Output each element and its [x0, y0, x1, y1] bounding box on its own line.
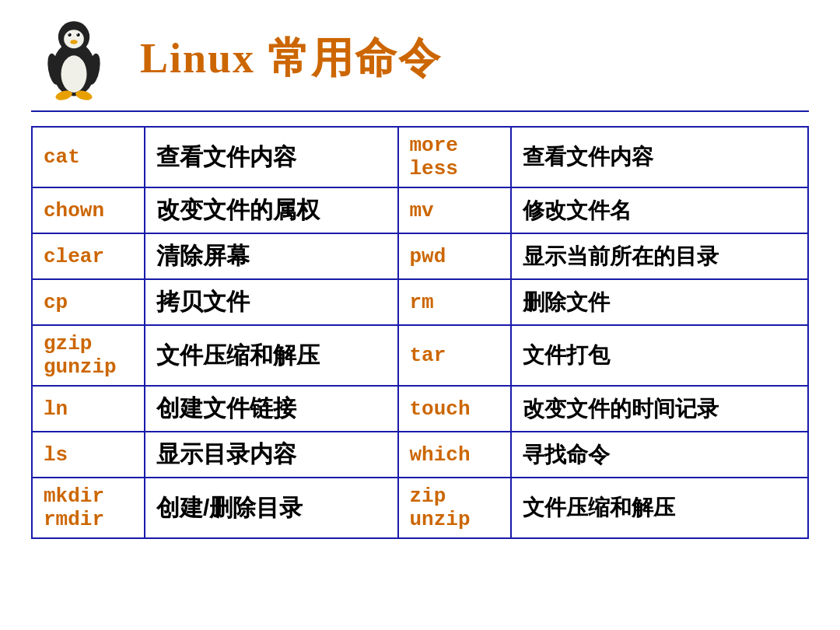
- svg-point-9: [77, 33, 78, 34]
- table-row: chown改变文件的属权mv修改文件名: [32, 187, 808, 233]
- command-cell-right-6: which: [398, 432, 511, 478]
- desc-cell-right-1: 修改文件名: [511, 187, 808, 233]
- svg-point-10: [70, 40, 77, 44]
- table-row: cat查看文件内容more less查看文件内容: [32, 127, 808, 187]
- command-cell-right-1: mv: [398, 187, 511, 233]
- tux-icon: [31, 16, 117, 101]
- command-cell-left-7: mkdir rmdir: [32, 478, 145, 538]
- command-cell-left-5: ln: [32, 386, 145, 432]
- page: Linux 常用命令 cat查看文件内容more less查看文件内容chown…: [0, 0, 840, 630]
- command-cell-left-2: clear: [32, 233, 145, 279]
- command-cell-right-2: pwd: [398, 233, 511, 279]
- command-cell-left-6: ls: [32, 432, 145, 478]
- svg-point-6: [68, 33, 69, 34]
- desc-cell-left-0: 查看文件内容: [145, 127, 398, 187]
- table-row: clear清除屏幕pwd显示当前所在的目录: [32, 233, 808, 279]
- desc-cell-left-3: 拷贝文件: [145, 279, 398, 325]
- desc-cell-left-7: 创建/删除目录: [145, 478, 398, 538]
- command-cell-right-5: touch: [398, 386, 511, 432]
- desc-cell-right-3: 删除文件: [511, 279, 808, 325]
- desc-cell-right-2: 显示当前所在的目录: [511, 233, 808, 279]
- command-cell-left-1: chown: [32, 187, 145, 233]
- table-row: ln创建文件链接touch改变文件的时间记录: [32, 386, 808, 432]
- desc-cell-left-4: 文件压缩和解压: [145, 325, 398, 386]
- command-cell-left-4: gzip gunzip: [32, 325, 145, 386]
- command-cell-right-0: more less: [398, 127, 511, 187]
- table-row: gzip gunzip文件压缩和解压tar文件打包: [32, 325, 808, 386]
- header: Linux 常用命令: [31, 16, 809, 112]
- desc-cell-left-2: 清除屏幕: [145, 233, 398, 279]
- desc-cell-left-1: 改变文件的属权: [145, 187, 398, 233]
- table-row: mkdir rmdir创建/删除目录zip unzip文件压缩和解压: [32, 478, 808, 538]
- desc-cell-right-5: 改变文件的时间记录: [511, 386, 808, 432]
- svg-point-8: [76, 33, 80, 37]
- desc-cell-right-4: 文件打包: [511, 325, 808, 386]
- page-title: Linux 常用命令: [140, 30, 442, 87]
- desc-cell-right-7: 文件压缩和解压: [511, 478, 808, 538]
- svg-point-3: [64, 30, 84, 48]
- command-cell-left-3: cp: [32, 279, 145, 325]
- command-cell-right-3: rm: [398, 279, 511, 325]
- table-row: cp拷贝文件rm删除文件: [32, 279, 808, 325]
- command-cell-right-7: zip unzip: [398, 478, 511, 538]
- svg-point-1: [61, 55, 87, 93]
- desc-cell-right-6: 寻找命令: [511, 432, 808, 478]
- command-cell-right-4: tar: [398, 325, 511, 386]
- svg-point-5: [68, 33, 72, 37]
- desc-cell-left-5: 创建文件链接: [145, 386, 398, 432]
- command-table: cat查看文件内容more less查看文件内容chown改变文件的属权mv修改…: [31, 126, 809, 539]
- table-row: ls显示目录内容which寻找命令: [32, 432, 808, 478]
- desc-cell-right-0: 查看文件内容: [511, 127, 808, 187]
- desc-cell-left-6: 显示目录内容: [145, 432, 398, 478]
- command-cell-left-0: cat: [32, 127, 145, 187]
